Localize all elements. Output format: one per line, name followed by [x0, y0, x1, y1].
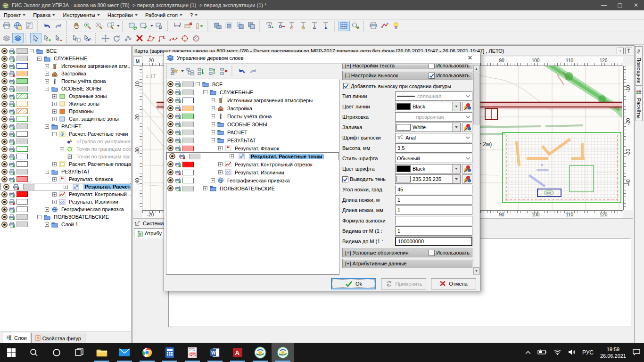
layer-label[interactable]: Источники загрязнения атм...: [60, 63, 131, 69]
expand-toggle-icon[interactable]: +: [52, 162, 57, 166]
layer-color-swatch[interactable]: [17, 48, 28, 54]
redo-icon[interactable]: [53, 21, 64, 31]
layer-color-swatch[interactable]: [182, 122, 194, 127]
tree-row[interactable]: +Источники загрязнения атмосферы: [166, 96, 339, 104]
expand-toggle-icon[interactable]: +: [230, 154, 234, 158]
expand-toggle-icon[interactable]: −: [30, 49, 34, 53]
tree-row[interactable]: +Источники загрязнения атм...: [0, 62, 131, 70]
taskbar-ecolog-icon[interactable]: [249, 343, 272, 362]
print-layer-icon[interactable]: [174, 145, 182, 151]
layer-label[interactable]: ПОЛЬЗОВАТЕЛЬСКИЕ: [52, 214, 110, 220]
tree-row[interactable]: +Результат. Контрольный отрезок: [166, 160, 339, 168]
visibility-eye-icon[interactable]: [0, 199, 8, 205]
section-header-callout-settings[interactable]: [-] Настройки выносокИспользовать: [342, 71, 472, 80]
tree-row[interactable]: +Результат. Расчетные точки: [166, 152, 339, 160]
tree-row[interactable]: +Застройка: [166, 104, 339, 112]
layer-color-swatch[interactable]: [182, 114, 194, 119]
expand-toggle-icon[interactable]: +: [211, 178, 215, 182]
layer-color-swatch[interactable]: [17, 199, 28, 205]
cursor-icon[interactable]: [30, 33, 41, 43]
section-header-text-settings[interactable]: [+] Настройки текстаИспользовать: [342, 64, 472, 69]
add-callout-checkbox-row[interactable]: Добавлять выноску при создании фигуры: [343, 83, 471, 89]
print-layer-icon[interactable]: [8, 78, 16, 84]
print-layer-icon[interactable]: [174, 169, 182, 175]
circle-nodes-icon[interactable]: [179, 33, 190, 43]
tree-row[interactable]: +Посты учёта фона: [166, 112, 339, 120]
visibility-eye-icon[interactable]: [0, 71, 8, 77]
language-indicator[interactable]: РУС: [582, 349, 594, 356]
wifi-icon[interactable]: [553, 349, 561, 356]
tree-row[interactable]: +ПОЛЬЗОВАТЕЛЬСКИЕ: [166, 184, 339, 192]
map-pin-button[interactable]: [625, 48, 632, 54]
print-layer-icon[interactable]: [174, 89, 182, 95]
checkbox[interactable]: [429, 64, 435, 68]
map-restore-button[interactable]: ▫: [617, 48, 624, 54]
expand-toggle-icon[interactable]: +: [45, 72, 49, 76]
checkbox[interactable]: [429, 73, 435, 79]
layer-label[interactable]: Результат. Флажок: [233, 146, 281, 151]
expand-toggle-icon[interactable]: +: [211, 98, 215, 102]
web-icon[interactable]: [12, 21, 24, 31]
visibility-eye-icon[interactable]: [166, 121, 174, 127]
tree-row[interactable]: +Географическая привязка: [166, 176, 339, 184]
palette-icon[interactable]: [462, 164, 472, 173]
expand-toggle-icon[interactable]: +: [218, 146, 223, 150]
layer-label[interactable]: ВСЕ: [211, 82, 224, 87]
color-combo[interactable]: 235.235.235: [395, 174, 461, 184]
tree-down-icon[interactable]: [196, 66, 207, 76]
prop-input[interactable]: 3,5: [395, 143, 472, 153]
layer-cursor-icon[interactable]: [154, 21, 165, 31]
layer-label[interactable]: ПОЛЬЗОВАТЕЛЬСКИЕ: [218, 186, 276, 191]
visibility-eye-icon[interactable]: [0, 108, 8, 115]
visibility-eye-icon[interactable]: [0, 154, 8, 160]
tree-row[interactable]: −ВСЕ: [166, 80, 339, 88]
cursor-back-icon[interactable]: [82, 33, 93, 43]
menu-1[interactable]: Проект: [0, 11, 29, 19]
menu-6[interactable]: ?: [186, 11, 201, 19]
layer-color-swatch[interactable]: [17, 191, 28, 197]
scroll-thumb[interactable]: [473, 73, 479, 124]
print-layer-icon[interactable]: [8, 222, 16, 228]
taskbar-pdf-icon[interactable]: PDF: [181, 343, 204, 362]
tree-row[interactable]: Точки по границам застр...: [0, 153, 131, 160]
prop-input[interactable]: [395, 216, 472, 225]
print-layer-icon[interactable]: [8, 86, 16, 92]
action-center-icon[interactable]: [633, 349, 640, 356]
callout-font-select[interactable]: TArial: [395, 133, 472, 142]
visibility-eye-icon[interactable]: [166, 105, 174, 111]
print-layer-icon[interactable]: [174, 137, 182, 143]
expand-toggle-icon[interactable]: +: [52, 192, 57, 197]
rotate-icon[interactable]: [111, 33, 123, 43]
color-combo[interactable]: Black: [395, 102, 461, 111]
poly-edit-icon[interactable]: [145, 33, 157, 43]
tree-row[interactable]: +Результат. Флажок: [0, 175, 131, 183]
visibility-eye-icon[interactable]: [166, 185, 174, 191]
font-style-select[interactable]: Обычный: [395, 154, 472, 163]
print-icon[interactable]: [1, 21, 12, 31]
expand-toggle-icon[interactable]: +: [211, 106, 215, 110]
taskbar-explorer-icon[interactable]: [91, 343, 113, 362]
layer-color-swatch[interactable]: [17, 86, 28, 91]
layer-check-icon[interactable]: [138, 21, 149, 31]
visibility-eye-icon[interactable]: [0, 161, 8, 167]
taskbar-ecolog2-icon[interactable]: [272, 343, 294, 362]
visibility-eye-icon[interactable]: [168, 153, 176, 159]
layer-color-swatch[interactable]: [17, 176, 28, 182]
layer-color-swatch[interactable]: [17, 78, 28, 84]
dropdown-arrow-icon[interactable]: [116, 21, 120, 31]
expand-toggle-icon[interactable]: −: [45, 124, 49, 129]
color-combo[interactable]: Black: [395, 164, 461, 173]
expand-toggle-icon[interactable]: +: [52, 200, 57, 204]
print-layer-icon[interactable]: [8, 123, 16, 130]
bulb-icon[interactable]: [390, 21, 402, 31]
volume-icon[interactable]: [568, 349, 576, 356]
close-button[interactable]: ✕: [628, 0, 644, 10]
palette-icon[interactable]: [462, 174, 472, 184]
menu-5[interactable]: Рабочий стол: [141, 11, 186, 19]
layer-label[interactable]: Жилые зоны: [67, 101, 101, 107]
print-layer-icon[interactable]: [174, 105, 182, 111]
tree-row[interactable]: −РЕЗУЛЬТАТ: [0, 168, 131, 175]
layer-label[interactable]: Результат. Расчетные точки: [249, 154, 324, 159]
pan-icon[interactable]: [71, 21, 82, 31]
scroll-down-icon[interactable]: ▼: [473, 267, 479, 274]
